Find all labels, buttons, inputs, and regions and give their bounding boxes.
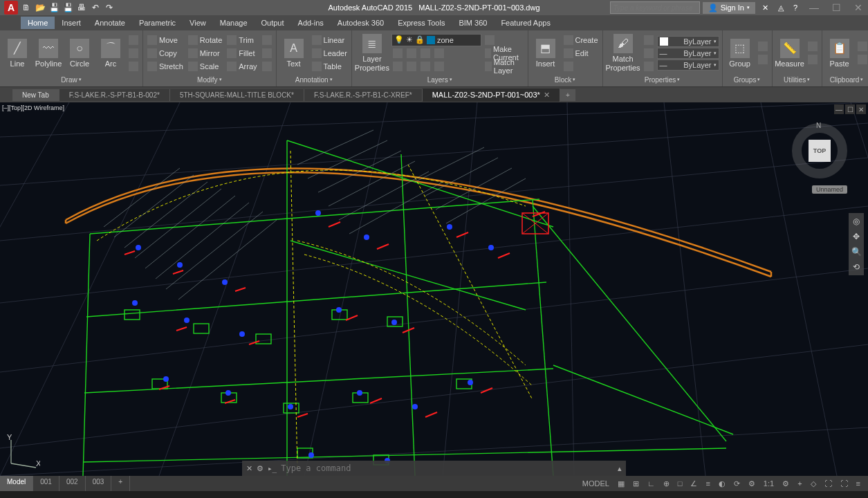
- vp-max-icon[interactable]: ☐: [845, 104, 855, 114]
- viewport-label[interactable]: [–][Top][2D Wireframe]: [2, 104, 64, 111]
- trim-button[interactable]: Trim: [225, 34, 258, 46]
- layer-tool5[interactable]: [391, 60, 404, 73]
- app-logo-icon[interactable]: A: [4, 1, 18, 15]
- drawing-canvas[interactable]: [–][Top][2D Wireframe] — ☐ ✕: [0, 102, 868, 476]
- panel-clipboard-label[interactable]: Clipboard: [825, 74, 868, 85]
- cleanscreen-icon[interactable]: ⛶: [838, 479, 850, 488]
- modify-ext1[interactable]: [261, 34, 273, 46]
- hardware-accel-icon[interactable]: ⛶: [822, 479, 834, 488]
- ortho-toggle-icon[interactable]: ∟: [645, 479, 657, 488]
- mirror-button[interactable]: Mirror: [187, 47, 223, 59]
- close-cmdline-icon[interactable]: ✕: [246, 464, 252, 473]
- line-button[interactable]: ╱Line: [3, 33, 32, 74]
- viewcube[interactable]: TOP N: [792, 123, 847, 178]
- close-tab-icon[interactable]: ✕: [544, 91, 550, 99]
- command-input[interactable]: [281, 463, 613, 473]
- layer-properties-button[interactable]: ≣Layer Properties: [355, 33, 389, 74]
- panel-properties-label[interactable]: Properties: [606, 74, 719, 85]
- panel-utilities-label[interactable]: Utilities: [775, 74, 819, 85]
- tab-annotate[interactable]: Annotate: [88, 17, 132, 29]
- file-tab-active[interactable]: MALL-Z02-S-2ND-PT-001~003* ✕: [423, 89, 561, 102]
- block-extra[interactable]: [562, 60, 600, 73]
- copy-button[interactable]: Copy: [146, 47, 185, 59]
- layer-tool1[interactable]: [391, 47, 404, 59]
- add-layout-button[interactable]: +: [111, 476, 130, 491]
- osnap-toggle-icon[interactable]: □: [676, 479, 685, 488]
- vp-close-icon[interactable]: ✕: [856, 104, 866, 114]
- lineweight-dropdown[interactable]: —ByLayer▾: [657, 48, 719, 59]
- create-block-button[interactable]: Create: [562, 34, 600, 46]
- a360-icon[interactable]: ◬: [775, 3, 786, 12]
- scale-display[interactable]: 1:1: [761, 479, 776, 488]
- maximize-button[interactable]: ☐: [827, 1, 846, 15]
- new-icon[interactable]: 🗎: [21, 2, 32, 13]
- panel-annotation-label[interactable]: Annotation: [279, 74, 349, 85]
- isolate-icon[interactable]: ◇: [809, 479, 818, 488]
- layer-tool3[interactable]: [419, 47, 432, 59]
- move-button[interactable]: Move: [146, 34, 185, 46]
- annomonitor-icon[interactable]: +: [795, 479, 804, 488]
- fillet-button[interactable]: Fillet: [225, 47, 258, 59]
- save-icon[interactable]: 💾: [48, 2, 59, 13]
- layer-dropdown[interactable]: 💡 ☀ 🔒 zone: [391, 34, 481, 46]
- exchange-icon[interactable]: ✕: [758, 3, 773, 12]
- tab-expresstools[interactable]: Express Tools: [391, 17, 452, 29]
- tab-view[interactable]: View: [183, 17, 213, 29]
- match-layer-button[interactable]: Match Layer: [483, 60, 525, 73]
- viewcube-top-face[interactable]: TOP: [809, 140, 831, 162]
- linear-button[interactable]: Linear: [311, 34, 349, 46]
- tab-manage[interactable]: Manage: [213, 17, 255, 29]
- scale-button[interactable]: Scale: [187, 60, 223, 73]
- table-button[interactable]: Table: [311, 60, 349, 73]
- snap-toggle-icon[interactable]: ⊞: [631, 479, 641, 488]
- panel-modify-label[interactable]: Modify: [146, 74, 273, 85]
- zoom-icon[interactable]: 🔍: [851, 246, 862, 257]
- polyline-button[interactable]: 〰Polyline: [34, 33, 63, 74]
- tab-bim360[interactable]: BIM 360: [452, 17, 494, 29]
- otrack-toggle-icon[interactable]: ∠: [688, 479, 699, 488]
- clip-b1[interactable]: [856, 40, 868, 53]
- layer-tool8[interactable]: [433, 60, 445, 73]
- tab-parametric[interactable]: Parametric: [132, 17, 183, 29]
- file-tab-1[interactable]: F.S-LAKE.R.-S-PT-B1-B-002*: [59, 89, 170, 101]
- panel-draw-label[interactable]: Draw: [3, 74, 140, 85]
- match-properties-button[interactable]: 🖌Match Properties: [606, 33, 640, 74]
- layer-tool7[interactable]: [419, 60, 432, 73]
- plot-icon[interactable]: 🖶: [76, 2, 87, 13]
- draw-extra1[interactable]: [127, 34, 140, 46]
- stretch-button[interactable]: Stretch: [146, 60, 185, 73]
- insert-block-button[interactable]: ⬒Insert: [531, 33, 560, 74]
- prop-b1[interactable]: [643, 34, 655, 46]
- layout-tab-002[interactable]: 002: [59, 476, 86, 491]
- layer-tool6[interactable]: [405, 60, 418, 73]
- polar-toggle-icon[interactable]: ⊕: [661, 479, 672, 488]
- steering-wheel-icon[interactable]: ◎: [851, 216, 862, 227]
- prop-b2[interactable]: [643, 47, 655, 59]
- tab-autodesk360[interactable]: Autodesk 360: [331, 17, 391, 29]
- add-tab-button[interactable]: +: [560, 89, 575, 101]
- help-icon[interactable]: ?: [789, 3, 802, 12]
- panel-layers-label[interactable]: Layers: [355, 74, 525, 85]
- workspace-switch-icon[interactable]: ⚙: [780, 479, 791, 488]
- file-tab-2[interactable]: 5TH-SQUARE-MALL-TITLE BLOCK*: [170, 89, 304, 101]
- util-b2[interactable]: [806, 53, 819, 66]
- array-button[interactable]: Array: [225, 60, 258, 73]
- paste-button[interactable]: 📋Paste: [825, 33, 854, 74]
- pan-icon[interactable]: ✥: [851, 231, 862, 242]
- cmdline-up-icon[interactable]: ▴: [618, 464, 622, 473]
- measure-button[interactable]: 📏Measure: [775, 33, 804, 74]
- text-button[interactable]: AText: [279, 33, 308, 74]
- draw-extra3[interactable]: [127, 60, 140, 73]
- annoscale-toggle-icon[interactable]: ⚙: [746, 479, 757, 488]
- vp-min-icon[interactable]: —: [834, 104, 844, 114]
- draw-extra2[interactable]: [127, 47, 140, 59]
- saveas-icon[interactable]: 💾: [62, 2, 73, 13]
- layer-tool4[interactable]: [433, 47, 445, 59]
- prop-b3[interactable]: [643, 60, 655, 73]
- group-b1[interactable]: [757, 40, 769, 53]
- search-input[interactable]: [610, 1, 700, 14]
- modify-ext3[interactable]: [261, 60, 273, 73]
- util-b1[interactable]: [806, 40, 819, 53]
- circle-button[interactable]: ○Circle: [65, 33, 94, 74]
- tab-insert[interactable]: Insert: [55, 17, 88, 29]
